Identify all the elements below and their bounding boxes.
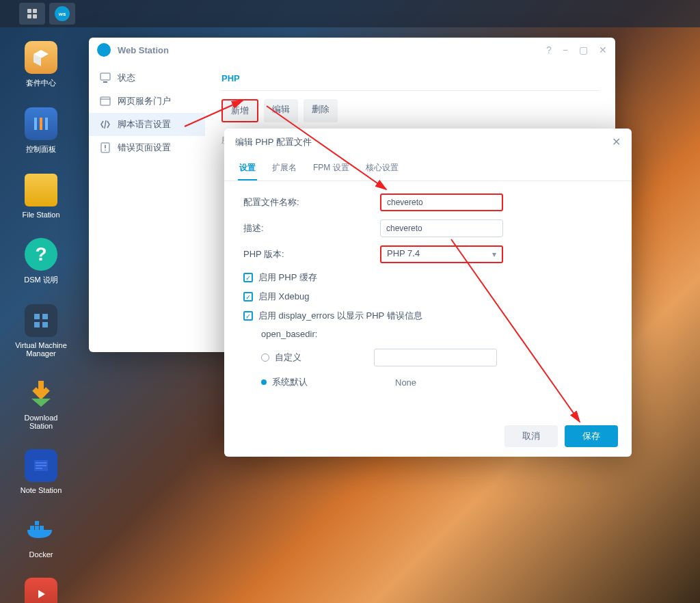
svg-rect-14 [100,97,110,105]
check-icon: ✓ [243,311,253,321]
svg-rect-13 [103,81,107,83]
delete-button[interactable]: 删除 [304,99,338,122]
radio-system-default[interactable]: 系统默认None [261,376,612,388]
label-open-basedir: open_basedir: [261,329,612,339]
none-value: None [395,377,416,388]
desktop-icon-control-panel[interactable]: 控制面板 [14,107,68,155]
window-titlebar[interactable]: Web Station ? − ▢ ✕ [89,38,615,62]
edit-php-profile-dialog: 编辑 PHP 配置文件 ✕ 设置 扩展名 FPM 设置 核心设置 配置文件名称:… [224,129,632,457]
desktop-icon-file-station[interactable]: File Station [14,174,68,219]
svg-rect-3 [34,314,40,319]
svg-rect-12 [100,73,110,80]
desktop-icons: 套件中心 控制面板 File Station ?DSM 说明 Virtual M… [14,41,68,603]
check-icon: ✓ [243,292,253,302]
profile-name-input[interactable] [380,193,503,211]
svg-rect-11 [35,521,39,525]
svg-rect-5 [34,322,40,327]
app-launcher-button[interactable] [19,3,45,25]
desktop-icon-dsm-help[interactable]: ?DSM 说明 [14,238,68,285]
svg-rect-4 [42,314,48,319]
save-button[interactable]: 保存 [565,425,618,447]
php-version-select[interactable]: PHP 7.4 [380,245,503,263]
tab-settings[interactable]: 设置 [238,155,257,180]
dialog-tabs: 设置 扩展名 FPM 设置 核心设置 [224,155,632,181]
check-icon: ✓ [243,273,253,282]
tab-core[interactable]: 核心设置 [364,155,400,180]
svg-rect-1 [40,118,42,130]
desktop-icon-download-station[interactable]: Download Station [14,377,68,430]
custom-basedir-input[interactable] [374,349,497,366]
add-button[interactable]: 新增 [221,99,258,122]
svg-rect-9 [35,526,39,530]
radio-icon [261,379,267,385]
svg-rect-0 [34,118,37,130]
taskbar: ws [0,0,700,27]
maximize-icon[interactable]: ▢ [579,44,588,55]
checkbox-xdebug[interactable]: ✓启用 Xdebug [243,291,612,303]
cancel-button[interactable]: 取消 [504,425,558,447]
svg-rect-2 [45,118,48,130]
label-desc: 描述: [243,222,380,234]
sidebar-item-script-settings[interactable]: 脚本语言设置 [89,113,205,136]
dialog-body: 配置文件名称: 描述: PHP 版本: PHP 7.4 ✓启用 PHP 缓存 ✓… [224,181,632,410]
radio-icon [261,353,269,362]
dialog-header[interactable]: 编辑 PHP 配置文件 ✕ [224,129,632,155]
minimize-icon[interactable]: − [563,44,568,55]
desktop-icon-docker[interactable]: Docker [14,513,68,559]
edit-button[interactable]: 编辑 [264,99,298,122]
webstation-icon [97,43,111,57]
desktop-icon-note-station[interactable]: Note Station [14,449,68,494]
desktop-icon-video-station[interactable]: Video Station [14,578,68,603]
close-icon[interactable]: ✕ [599,44,607,55]
radio-custom[interactable]: 自定义 [261,349,612,366]
sidebar: 状态 网页服务门户 脚本语言设置 错误页面设置 [89,62,205,352]
desc-input[interactable] [380,219,503,237]
svg-rect-6 [42,322,48,327]
desktop-icon-vmm[interactable]: Virtual Machine Manager [14,304,68,358]
svg-rect-8 [30,526,34,530]
svg-rect-10 [40,526,44,530]
dialog-close-icon[interactable]: ✕ [612,135,621,148]
tab-extensions[interactable]: 扩展名 [271,155,298,180]
sidebar-item-portal[interactable]: 网页服务门户 [89,90,205,113]
sidebar-item-error-page[interactable]: 错误页面设置 [89,136,205,159]
help-icon[interactable]: ? [546,44,552,55]
dialog-title: 编辑 PHP 配置文件 [235,136,312,148]
checkbox-display-errors[interactable]: ✓启用 display_errors 以显示 PHP 错误信息 [243,310,612,322]
checkbox-php-cache[interactable]: ✓启用 PHP 缓存 [243,271,612,284]
label-php-version: PHP 版本: [243,248,380,260]
window-title: Web Station [118,45,546,55]
section-title-php: PHP [221,69,599,91]
sidebar-item-status[interactable]: 状态 [89,66,205,90]
webstation-taskbar-icon[interactable]: ws [49,3,75,25]
desktop-icon-package-center[interactable]: 套件中心 [14,41,68,88]
tab-fpm[interactable]: FPM 设置 [312,155,351,180]
label-profile-name: 配置文件名称: [243,196,380,209]
